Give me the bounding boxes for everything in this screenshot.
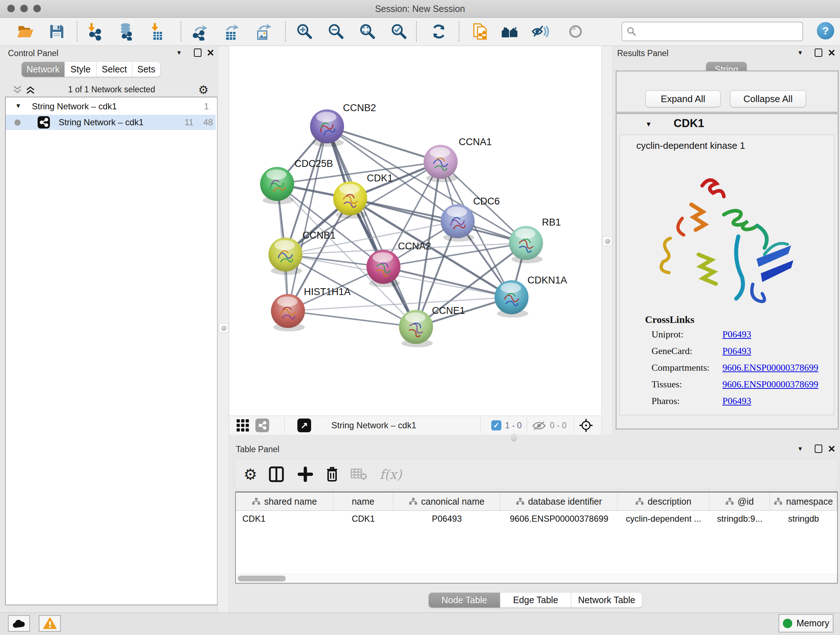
delete-column-icon[interactable] bbox=[323, 465, 341, 484]
expand-all-button[interactable]: Expand All bbox=[645, 90, 721, 107]
table-row[interactable]: CDK1CDK1P064939606.ENSP00000378699cyclin… bbox=[236, 510, 837, 527]
export-image-icon[interactable] bbox=[253, 22, 272, 41]
crosslink-label: Uniprot: bbox=[652, 329, 722, 340]
warnings-button[interactable] bbox=[39, 615, 61, 632]
share-network-documents-icon[interactable] bbox=[471, 22, 489, 41]
zoom-out-icon[interactable] bbox=[327, 22, 346, 41]
table-horizontal-scrollbar[interactable] bbox=[236, 574, 837, 583]
apply-layout-icon[interactable] bbox=[429, 22, 448, 41]
table-panel-close-icon[interactable]: ✕ bbox=[828, 445, 836, 453]
network-home-icon[interactable] bbox=[501, 22, 520, 41]
table-options-gear-icon[interactable]: ⚙ bbox=[241, 465, 260, 484]
crosslink-value-link[interactable]: 9606.ENSP00000378699 bbox=[722, 379, 818, 390]
network-node-RB1[interactable] bbox=[509, 226, 543, 263]
crosslink-row: Tissues:9606.ENSP00000378699 bbox=[652, 379, 818, 390]
entry-collapse-icon[interactable]: ▼ bbox=[645, 120, 652, 128]
tab-edge-table[interactable]: Edge Table bbox=[500, 593, 571, 608]
import-network-file-icon[interactable] bbox=[85, 22, 104, 41]
results-panel-float-icon[interactable] bbox=[815, 49, 822, 57]
right-splitter-handle[interactable] bbox=[603, 236, 612, 246]
show-columns-icon[interactable] bbox=[267, 465, 286, 484]
network-row[interactable]: String Network – cdk1 11 48 bbox=[6, 115, 216, 130]
cloud-status-button[interactable] bbox=[8, 615, 30, 632]
network-node-HIST1H1A[interactable] bbox=[271, 294, 305, 331]
collapse-all-button[interactable]: Collapse All bbox=[730, 90, 806, 107]
function-builder-icon[interactable]: f(x) bbox=[376, 465, 405, 484]
column-header-namespace[interactable]: namespace bbox=[770, 492, 837, 510]
table-cell: cyclin-dependent ... bbox=[617, 510, 709, 527]
scrollbar-thumb[interactable] bbox=[238, 576, 286, 581]
network-node-CCNB2[interactable] bbox=[310, 109, 344, 147]
bottom-splitter-handle[interactable] bbox=[511, 434, 516, 442]
column-header-canonical-name[interactable]: canonical name bbox=[393, 492, 500, 510]
add-column-icon[interactable] bbox=[296, 465, 315, 484]
control-panel-float-icon[interactable] bbox=[194, 49, 202, 57]
network-node-CDKN1A[interactable] bbox=[494, 280, 529, 318]
table-panel-collapse-icon[interactable]: ▼ bbox=[797, 446, 803, 452]
table-toolbar: ⚙ f(x) bbox=[234, 459, 838, 489]
network-canvas[interactable]: CCNB2CCNA1CDC25BCDK1CDC6RB1CCNB1CCNA2HIS… bbox=[229, 46, 601, 416]
network-edge[interactable] bbox=[288, 297, 512, 311]
fit-content-crosshair-icon[interactable] bbox=[579, 418, 593, 432]
network-tree: ▼ String Network – cdk1 1 String Network… bbox=[5, 97, 218, 605]
network-node-CCNE1[interactable] bbox=[399, 310, 433, 347]
network-node-CDK1[interactable] bbox=[333, 181, 367, 219]
tab-style[interactable]: Style bbox=[65, 62, 96, 77]
network-edge[interactable] bbox=[327, 126, 441, 162]
tab-network-table[interactable]: Network Table bbox=[571, 593, 642, 608]
network-options-gear-icon[interactable]: ⚙ bbox=[198, 83, 209, 97]
network-selection-status: 1 of 1 Network selected ⚙ bbox=[0, 82, 223, 97]
control-panel-collapse-icon[interactable]: ▼ bbox=[176, 50, 182, 56]
control-panel-close-icon[interactable]: ✕ bbox=[207, 49, 215, 57]
collection-expand-icon[interactable]: ▼ bbox=[15, 103, 21, 110]
open-session-icon[interactable] bbox=[16, 22, 35, 41]
results-panel-close-icon[interactable]: ✕ bbox=[828, 49, 836, 57]
column-header-shared-name[interactable]: shared name bbox=[236, 492, 333, 510]
help-icon[interactable]: ? bbox=[817, 22, 834, 40]
table-cell: CDK1 bbox=[236, 510, 333, 527]
tab-sets[interactable]: Sets bbox=[133, 62, 160, 77]
zoom-fit-icon[interactable] bbox=[358, 22, 377, 41]
export-network-icon[interactable] bbox=[190, 22, 209, 41]
network-collection-row[interactable]: ▼ String Network – cdk1 1 bbox=[6, 100, 216, 115]
grid-view-icon[interactable] bbox=[236, 418, 249, 432]
tab-network[interactable]: Network bbox=[22, 62, 65, 77]
birds-eye-view-toggle-icon[interactable] bbox=[566, 22, 585, 41]
left-splitter-handle[interactable] bbox=[219, 323, 228, 333]
search-input[interactable] bbox=[622, 22, 803, 41]
memory-button[interactable]: Memory bbox=[778, 614, 834, 632]
open-in-window-icon[interactable]: ↗ bbox=[297, 418, 311, 432]
network-node-CCNA2[interactable] bbox=[366, 250, 401, 287]
column-header-name[interactable]: name bbox=[333, 492, 393, 510]
node-label: HIST1H1A bbox=[304, 287, 351, 297]
selected-nodes-checkbox-icon[interactable]: ✓ bbox=[491, 420, 501, 431]
network-node-CCNA1[interactable] bbox=[424, 145, 458, 182]
crosslink-value-link[interactable]: P06493 bbox=[722, 329, 751, 340]
show-graphics-details-icon[interactable] bbox=[531, 22, 549, 41]
column-header-description[interactable]: description bbox=[617, 492, 709, 510]
network-node-CDC25B[interactable] bbox=[260, 167, 294, 204]
import-table-file-icon[interactable] bbox=[148, 22, 167, 41]
zoom-selected-icon[interactable] bbox=[390, 22, 409, 41]
left-splitter[interactable] bbox=[218, 46, 229, 613]
tab-select[interactable]: Select bbox=[96, 62, 133, 77]
table-panel-float-icon[interactable] bbox=[815, 445, 822, 453]
save-session-icon[interactable] bbox=[47, 22, 66, 41]
crosslink-value-link[interactable]: P06493 bbox=[722, 346, 751, 356]
results-panel-collapse-icon[interactable]: ▼ bbox=[797, 50, 803, 56]
crosslink-value-link[interactable]: P06493 bbox=[722, 396, 751, 406]
column-header--id[interactable]: @id bbox=[709, 492, 770, 510]
crosslink-value-link[interactable]: 9606.ENSP00000378699 bbox=[722, 363, 818, 373]
network-node-CCNB1[interactable] bbox=[268, 238, 302, 275]
zoom-in-icon[interactable] bbox=[295, 22, 314, 41]
delete-table-icon[interactable] bbox=[349, 465, 368, 484]
network-node-CDC6[interactable] bbox=[441, 204, 475, 241]
bottom-splitter[interactable] bbox=[229, 434, 840, 442]
network-view-icon[interactable] bbox=[256, 418, 269, 432]
right-splitter[interactable] bbox=[601, 46, 613, 434]
column-header-database-identifier[interactable]: database identifier bbox=[500, 492, 617, 510]
network-edge[interactable] bbox=[288, 311, 416, 327]
tab-node-table[interactable]: Node Table bbox=[429, 593, 500, 608]
export-table-icon[interactable] bbox=[221, 22, 240, 41]
import-network-database-icon[interactable] bbox=[117, 22, 135, 41]
